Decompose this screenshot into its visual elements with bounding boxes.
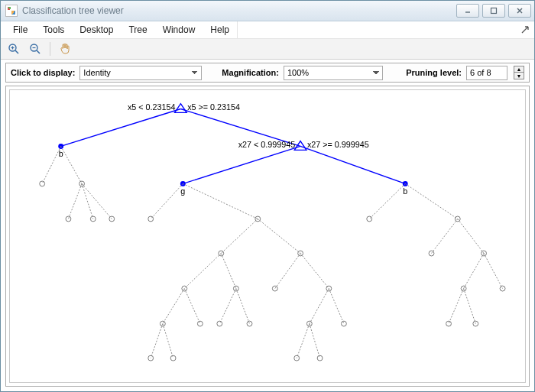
svg-line-37: [163, 289, 184, 324]
magnification-label: Magnification:: [222, 68, 279, 77]
svg-point-36: [233, 286, 238, 291]
controls-bar: Click to display: Identity Magnification…: [5, 63, 530, 83]
svg-line-15: [42, 146, 60, 183]
svg-line-42: [163, 324, 173, 358]
maximize-button[interactable]: [482, 4, 505, 18]
svg-point-56: [341, 321, 346, 326]
svg-line-46: [236, 289, 250, 324]
decision-node-2[interactable]: [294, 141, 306, 151]
svg-line-16: [61, 146, 82, 183]
toolbar: [1, 39, 534, 60]
svg-line-29: [221, 219, 258, 253]
pruned-subtree-right: [367, 183, 505, 326]
split-label-2-left: x27 < 0.999945: [238, 140, 296, 149]
split-label-root-left: x5 < 0.23154: [128, 102, 176, 112]
pruning-level-label: Pruning level:: [406, 68, 462, 77]
pruning-level-spinner: ▲ ▼: [514, 66, 524, 79]
svg-line-9: [37, 50, 40, 53]
zoom-out-button[interactable]: [27, 40, 44, 57]
svg-point-75: [446, 321, 452, 326]
svg-point-51: [272, 286, 277, 291]
svg-line-25: [151, 183, 183, 219]
svg-line-53: [310, 289, 329, 324]
svg-point-71: [461, 286, 466, 291]
svg-line-70: [484, 254, 502, 289]
pruned-subtree-middle: [148, 183, 347, 361]
menu-window[interactable]: Window: [155, 21, 203, 38]
toolbar-separator: [50, 42, 50, 56]
svg-line-49: [275, 254, 300, 289]
svg-point-60: [317, 355, 323, 361]
svg-line-38: [184, 289, 200, 324]
svg-point-47: [217, 321, 222, 326]
svg-point-17: [40, 181, 45, 186]
svg-point-63: [367, 216, 372, 222]
svg-line-69: [464, 254, 484, 289]
minimize-button[interactable]: [456, 4, 479, 18]
tree-plot-area: x5 < 0.23154 x5 >= 0.23154 b x27 < 0.999…: [9, 89, 526, 383]
svg-line-66: [458, 219, 484, 253]
leaf-label-b2: b: [403, 186, 407, 196]
pruning-down-button[interactable]: ▼: [514, 73, 524, 79]
svg-line-57: [297, 324, 310, 358]
svg-line-13: [183, 146, 300, 183]
svg-line-26: [183, 183, 258, 219]
menu-tree[interactable]: Tree: [121, 21, 154, 38]
leaf-node-b[interactable]: [58, 144, 63, 149]
pruning-level-value: 6 of 8: [466, 66, 507, 80]
titlebar: Classification tree viewer: [1, 1, 534, 21]
svg-line-20: [82, 183, 93, 219]
svg-line-73: [449, 289, 464, 324]
dock-arrow-icon[interactable]: [520, 25, 530, 34]
tree-canvas[interactable]: x5 < 0.23154 x5 >= 0.23154 b x27 < 0.999…: [5, 86, 530, 387]
menubar: File Tools Desktop Tree Window Help: [1, 21, 534, 39]
svg-point-35: [182, 286, 187, 291]
svg-line-11: [61, 109, 181, 146]
svg-line-62: [405, 183, 458, 219]
svg-line-30: [258, 219, 300, 253]
svg-line-74: [464, 289, 476, 324]
menu-desktop[interactable]: Desktop: [72, 21, 121, 38]
svg-line-50: [300, 254, 329, 289]
svg-rect-1: [491, 8, 497, 14]
svg-line-34: [221, 254, 236, 289]
leaf-label-g: g: [180, 186, 185, 196]
window-buttons: [456, 4, 531, 18]
close-button[interactable]: [508, 4, 531, 18]
svg-line-21: [82, 183, 112, 219]
svg-line-45: [219, 289, 236, 324]
svg-line-5: [15, 50, 18, 53]
matlab-icon: [5, 5, 18, 17]
pan-button[interactable]: [57, 40, 73, 57]
display-mode-select[interactable]: Identity: [79, 66, 202, 80]
decision-node-root[interactable]: [175, 104, 187, 113]
svg-point-39: [160, 321, 165, 326]
menu-help[interactable]: Help: [203, 21, 238, 38]
svg-point-43: [148, 355, 154, 361]
svg-line-58: [310, 324, 320, 358]
svg-line-65: [432, 219, 458, 253]
svg-line-54: [329, 289, 344, 324]
pruning-up-button[interactable]: ▲: [514, 66, 524, 73]
svg-line-61: [369, 183, 405, 219]
svg-line-41: [151, 324, 163, 358]
svg-point-44: [170, 355, 176, 361]
window-title: Classification tree viewer: [22, 5, 456, 16]
menu-tools[interactable]: Tools: [35, 21, 72, 38]
svg-line-33: [184, 254, 221, 289]
tree-svg: x5 < 0.23154 x5 >= 0.23154 b x27 < 0.999…: [10, 90, 525, 382]
split-label-2-right: x27 >= 0.999945: [307, 140, 369, 149]
svg-point-22: [66, 216, 71, 222]
split-label-root-right: x5 >= 0.23154: [187, 102, 240, 112]
window: Classification tree viewer File Tools De…: [0, 0, 535, 392]
svg-point-40: [197, 321, 203, 326]
menu-file[interactable]: File: [5, 21, 35, 38]
zoom-in-button[interactable]: [5, 40, 22, 57]
svg-line-14: [300, 146, 405, 183]
svg-point-48: [247, 321, 252, 326]
svg-point-59: [294, 355, 300, 361]
leaf-label-b: b: [59, 149, 63, 158]
magnification-select[interactable]: 100%: [284, 66, 383, 80]
svg-line-19: [68, 183, 82, 219]
svg-point-27: [148, 216, 154, 222]
